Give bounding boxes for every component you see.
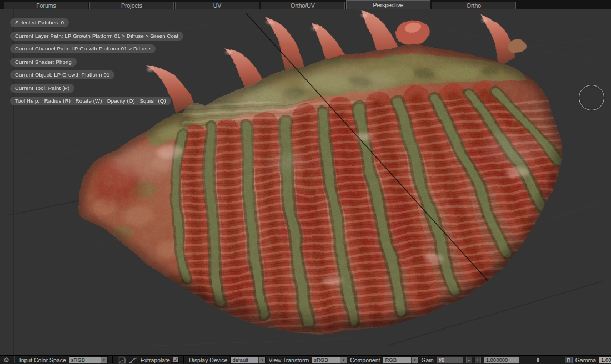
chevron-down-icon: ▼ [101, 357, 107, 363]
hud-pill-current-layer-path: Current Layer Path: LP Growth Platform 0… [10, 32, 183, 41]
tab-ortho[interactable]: Ortho [432, 2, 516, 9]
chevron-down-icon: ▼ [258, 357, 265, 363]
extrapolate-checkbox[interactable]: ✓ [173, 357, 179, 363]
viewport-tab-bar: Forums Projects UV Ortho/UV Perspective … [0, 0, 611, 9]
gamma-value-field[interactable]: 1.00 [599, 357, 611, 363]
gain-decrement-button[interactable]: - [466, 357, 472, 363]
component-value: RGB [383, 357, 411, 363]
gain-reset-button[interactable]: R [565, 357, 573, 363]
chevron-down-icon: ▼ [411, 357, 418, 363]
3d-viewport[interactable]: Selected Patches: 0 Current Layer Path: … [0, 9, 611, 355]
hud-pill-current-object: Current Object: LP Growth Platform 01 [10, 70, 114, 79]
gain-stops-field[interactable]: f/8 [437, 357, 463, 363]
hud-overlay: Selected Patches: 0 Current Layer Path: … [10, 18, 183, 110]
tab-perspective[interactable]: Perspective [346, 0, 430, 9]
gamma-label: Gamma [575, 357, 596, 363]
hud-pill-current-tool: Current Tool: Paint (P) [10, 84, 74, 93]
chevron-down-icon: ▼ [340, 357, 347, 363]
hud-pill-tool-help: Tool Help: Radius (R) Rotate (W) Opacity… [10, 97, 171, 105]
hud-pill-selected-patches: Selected Patches: 0 [10, 18, 69, 27]
view-transform-value: sRGB [312, 357, 340, 363]
input-colorspace-dropdown[interactable]: sRGB ▼ [69, 356, 108, 363]
toolbar-divider [112, 356, 113, 363]
gain-slider-handle[interactable] [537, 357, 539, 362]
view-transform-dropdown[interactable]: sRGB ▼ [312, 356, 347, 363]
extrapolate-label: Extrapolate [141, 357, 170, 363]
display-device-label: Display Device [189, 357, 227, 363]
gain-increment-button[interactable]: + [475, 357, 481, 363]
hud-pill-current-shader: Current Shader: Phong [10, 58, 77, 67]
display-device-dropdown[interactable]: default ▼ [230, 356, 266, 363]
input-colorspace-value: sRGB [69, 357, 101, 363]
tone-curve-icon[interactable] [129, 356, 138, 364]
input-colorspace-label: Input Color Space [19, 357, 66, 363]
component-dropdown[interactable]: RGB ▼ [383, 356, 418, 363]
view-transform-label: View Transform [268, 357, 309, 363]
bottom-toolbar: ⚙ Input Color Space sRGB ▼ Extrapolate ✓… [0, 355, 611, 364]
settings-gear-icon[interactable]: ⚙ [3, 357, 9, 363]
gain-value-field[interactable]: 1.000000 [484, 357, 519, 363]
hud-pill-current-channel-path: Current Channel Path: LP Growth Platform… [10, 44, 156, 53]
component-label: Component [350, 357, 380, 363]
tab-ortho-uv[interactable]: Ortho/UV [261, 2, 345, 9]
color-manager-icon[interactable] [118, 356, 126, 364]
tab-uv[interactable]: UV [175, 2, 259, 9]
tab-projects[interactable]: Projects [89, 2, 174, 9]
gain-slider[interactable] [522, 357, 562, 363]
toolbar-divider [14, 356, 15, 363]
mari-paint-window: { "tabs": { "items": ["Forums", "Project… [0, 0, 611, 364]
display-device-value: default [231, 357, 258, 363]
brush-radius-cursor[interactable] [579, 85, 604, 110]
toolbar-divider [183, 356, 184, 363]
gain-label: Gain [421, 357, 433, 363]
tab-forums[interactable]: Forums [4, 2, 88, 9]
